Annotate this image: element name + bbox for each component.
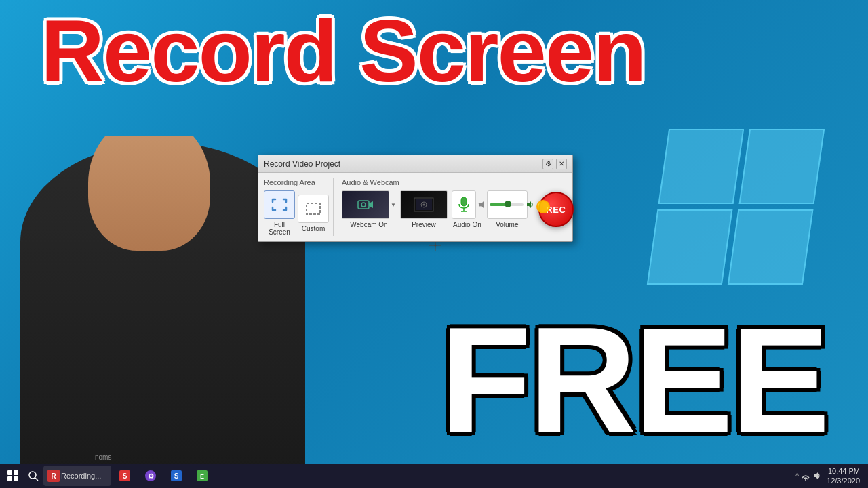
svg-rect-1 [358,201,369,209]
svg-text:E: E [200,473,204,480]
preview-icon-box[interactable] [400,190,448,219]
running-app-label: Recording... [61,472,101,480]
webcam-top: ▼ [342,190,396,219]
tray-expand[interactable]: ^ [795,472,799,480]
dialog-body: Recording Area Full Screen [258,173,572,241]
custom-icon-box[interactable] [298,195,329,223]
webcam-tool[interactable]: ▼ Webcam On [342,190,396,228]
svg-point-13 [29,472,36,479]
taskbar-app-1[interactable]: S [113,464,137,487]
taskbar-center: R Recording... S ⚙ S E [43,464,795,487]
dialog-controls: ⚙ ✕ [542,159,567,169]
audio-label: Audio On [453,221,481,228]
volume-label: Volume [496,221,518,228]
taskbar-app-icon-3: S [170,470,182,482]
recording-area-label: Recording Area [264,178,329,186]
preview-icon [414,197,434,212]
svg-rect-8 [461,197,467,206]
svg-text:S: S [123,472,127,480]
windows-start-icon [7,470,18,481]
webcam-dropdown-arrow[interactable]: ▼ [391,202,396,208]
audio-webcam-section: Audio & Webcam [336,178,574,236]
fullscreen-icon [271,198,288,211]
running-app-icon: R [47,470,60,482]
audio-icon-box[interactable] [452,190,476,219]
taskbar: R Recording... S ⚙ S E [0,464,868,488]
fullscreen-icon-box[interactable] [264,190,295,219]
person-head [88,136,210,251]
custom-tool[interactable]: Custom [298,195,329,232]
microphone-icon [458,197,470,213]
dialog-titlebar: Record Video Project ⚙ ✕ [258,155,572,173]
start-button[interactable] [3,466,23,486]
dialog-settings-button[interactable]: ⚙ [542,159,553,169]
record-dialog: Record Video Project ⚙ ✕ Recording Area [258,155,573,242]
svg-text:⚙: ⚙ [148,472,154,480]
svg-marker-2 [369,201,373,208]
system-tray: ^ 10:44 PM 12/3/2020 [795,466,865,486]
tray-time: 10:44 PM 12/3/2020 [824,466,863,486]
dialog-close-button[interactable]: ✕ [556,159,567,169]
taskbar-app-3[interactable]: S [164,464,189,487]
webcam-label: Webcam On [350,221,387,228]
webcam-icon-box[interactable] [342,190,389,219]
svg-point-7 [422,204,425,206]
preview-label: Preview [412,221,436,228]
taskbar-app-icon-4: E [196,470,208,482]
search-icon [28,470,39,481]
taskbar-search-button[interactable] [23,466,43,486]
svg-marker-11 [479,201,484,208]
audio-webcam-label: Audio & Webcam [342,178,574,186]
rec-label: REC [546,205,566,215]
taskbar-running-app[interactable]: R Recording... [43,466,111,486]
recording-tools-row: Full Screen Custom [264,190,329,236]
audio-tool[interactable]: ▼ Audio On [452,190,483,228]
taskbar-app-icon-1: S [119,470,131,482]
volume-icon-box[interactable] [487,190,528,219]
svg-line-14 [35,478,38,481]
fullscreen-label: Full Screen [264,221,295,236]
webcam-preview [342,191,389,218]
custom-label: Custom [302,225,325,232]
volume-low-icon [479,201,487,209]
audio-tools-row: ▼ Webcam On Preview [342,190,574,228]
taskbar-app-icon-2: ⚙ [144,470,157,482]
webcam-camera-icon [357,199,374,211]
taskbar-app-2[interactable]: ⚙ [138,464,163,487]
preview-tool[interactable]: Preview [400,190,448,228]
custom-icon [305,202,321,216]
tray-network-icon [801,471,810,481]
desktop-label: noms [95,453,111,461]
page-title: Record Screen [41,7,646,95]
fullscreen-tool[interactable]: Full Screen [264,190,295,236]
svg-marker-24 [814,472,818,479]
svg-marker-12 [527,201,531,208]
tray-volume-icon [812,471,822,481]
dialog-title: Record Video Project [264,159,340,169]
rec-button[interactable]: REC [538,192,574,227]
recording-area-section: Recording Area Full Screen [264,178,334,236]
svg-text:S: S [174,472,179,480]
svg-point-23 [805,479,806,481]
rec-area: REC [532,192,574,227]
volume-track[interactable] [490,203,524,206]
svg-point-3 [361,203,366,207]
free-title: FREE [440,313,827,447]
taskbar-app-4[interactable]: E [190,464,214,487]
svg-rect-0 [307,203,320,214]
volume-tool[interactable]: Volume [487,190,528,228]
windows-logo [658,129,814,285]
